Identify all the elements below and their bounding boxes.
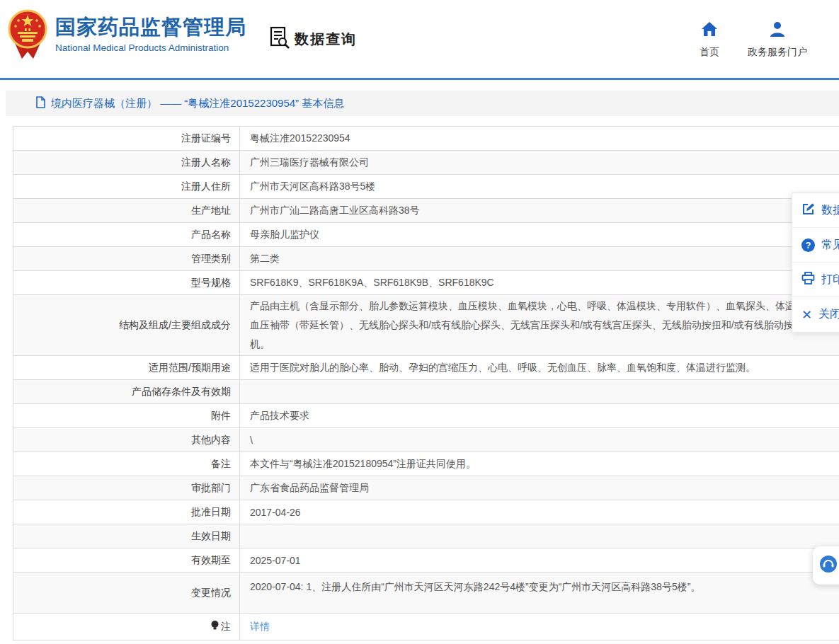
field-value: 广州市广汕二路高唐工业区高科路38号 bbox=[240, 199, 839, 223]
printer-icon bbox=[801, 272, 815, 287]
home-icon bbox=[701, 21, 718, 40]
field-value: 2025-07-01 bbox=[240, 548, 839, 573]
field-label: 注册人名称 bbox=[13, 151, 240, 175]
data-query-label: 数据查询 bbox=[295, 30, 357, 49]
panel-item-label: 数据反馈 bbox=[821, 203, 839, 218]
field-label: 适用范围/预期用途 bbox=[13, 356, 240, 380]
table-row: 注册证编号 粤械注准20152230954 bbox=[13, 127, 839, 151]
field-value: 粤械注准20152230954 bbox=[240, 127, 839, 151]
field-label: 批准日期 bbox=[13, 500, 240, 524]
field-label: 审批部门 bbox=[13, 476, 240, 500]
panel-item-label: 常见问题 bbox=[821, 238, 839, 253]
field-label: 产品储存条件及有效期 bbox=[13, 380, 240, 404]
field-label: 变更情况 bbox=[13, 573, 240, 614]
field-value: 产品由主机（含显示部分、胎儿参数运算模块、血压模块、血氧模块，心电、呼吸、体温模… bbox=[240, 295, 839, 356]
field-label: 注册人住所 bbox=[13, 175, 240, 199]
field-label: 有效期至 bbox=[13, 548, 240, 573]
china-national-emblem-icon bbox=[8, 9, 47, 63]
field-label: 备注 bbox=[13, 452, 240, 476]
field-label: 型号规格 bbox=[13, 271, 240, 295]
table-row: 型号规格 SRF618K9、SRF618K9A、SRF618K9B、SRF618… bbox=[13, 271, 839, 295]
table-row: 结构及组成/主要组成成分 产品由主机（含显示部分、胎儿参数运算模块、血压模块、血… bbox=[13, 295, 839, 356]
field-value bbox=[240, 524, 839, 548]
panel-item-print[interactable]: 打印页面 bbox=[792, 263, 839, 297]
table-row: 注册人名称 广州三瑞医疗器械有限公司 bbox=[13, 151, 839, 175]
field-label: 结构及组成/主要组成成分 bbox=[13, 295, 240, 356]
table-row: 备注 本文件与“粤械注准20152180954”注册证共同使用。 bbox=[13, 452, 839, 476]
table-row: 产品名称 母亲胎儿监护仪 bbox=[13, 223, 839, 247]
site-header: 国家药品监督管理局 National Medical Products Admi… bbox=[0, 0, 839, 78]
table-row: 变更情况 2020-07-04: 1、注册人住所由“广州市天河区天河东路242号… bbox=[13, 573, 839, 614]
field-value: 广州三瑞医疗器械有限公司 bbox=[240, 151, 839, 175]
table-row: 生产地址 广州市广汕二路高唐工业区高科路38号 bbox=[13, 199, 839, 223]
field-label: 管理类别 bbox=[13, 247, 240, 271]
table-row: 注册人住所 广州市天河区高科路38号5楼 bbox=[13, 175, 839, 199]
panel-item-feedback[interactable]: 数据反馈 bbox=[792, 193, 839, 228]
panel-item-label: 打印页面 bbox=[821, 272, 839, 287]
field-value: 产品技术要求 bbox=[240, 404, 839, 428]
field-value: 广东省食品药品监督管理局 bbox=[240, 476, 839, 500]
nav-home-label: 首页 bbox=[700, 46, 719, 59]
field-value: \ bbox=[240, 428, 839, 452]
field-value: 适用于医院对胎儿的胎心率、胎动、孕妇的宫缩压力、心电、呼吸、无创血压、脉率、血氧… bbox=[240, 356, 839, 380]
nav-home[interactable]: 首页 bbox=[700, 21, 719, 59]
table-row: 有效期至 2025-07-01 bbox=[13, 548, 839, 573]
side-tool-panel: 数据反馈 ? 常见问题 打印页面 ✕ 关闭页面 bbox=[792, 192, 839, 333]
field-label: 注册证编号 bbox=[13, 127, 240, 151]
field-value: 本文件与“粤械注准20152180954”注册证共同使用。 bbox=[240, 452, 839, 476]
customer-service-icon bbox=[819, 555, 838, 576]
data-query-section: 数据查询 bbox=[269, 26, 357, 52]
top-nav: 首页 政务服务门户 bbox=[700, 21, 807, 59]
field-value: SRF618K9、SRF618K9A、SRF618K9B、SRF618K9C bbox=[240, 271, 839, 295]
field-label: 附件 bbox=[13, 404, 240, 428]
field-value: 2017-04-26 bbox=[240, 500, 839, 524]
panel-item-faq[interactable]: ? 常见问题 bbox=[792, 228, 839, 263]
table-row: 适用范围/预期用途 适用于医院对胎儿的胎心率、胎动、孕妇的宫缩压力、心电、呼吸、… bbox=[13, 356, 839, 380]
panel-item-close[interactable]: ✕ 关闭页面 bbox=[792, 297, 839, 332]
detail-link[interactable]: 详情 bbox=[250, 621, 270, 632]
bulb-icon bbox=[210, 620, 219, 633]
field-value: 广州市天河区高科路38号5楼 bbox=[240, 175, 839, 199]
field-value bbox=[240, 380, 839, 404]
table-row: 管理类别 第二类 bbox=[13, 247, 839, 271]
field-value: 第二类 bbox=[240, 247, 839, 271]
close-icon: ✕ bbox=[801, 309, 812, 321]
nav-gov-portal-label: 政务服务门户 bbox=[748, 46, 807, 59]
site-logo-text: 国家药品监督管理局 National Medical Products Admi… bbox=[55, 16, 246, 53]
panel-item-label: 关闭页面 bbox=[818, 307, 839, 322]
field-value: 2020-07-04: 1、注册人住所由“广州市天河区天河东路242号4楼”变更… bbox=[240, 573, 839, 614]
site-subtitle: National Medical Products Administration bbox=[55, 42, 246, 53]
site-title: 国家药品监督管理局 bbox=[55, 16, 246, 39]
table-row-note: 注 详情 bbox=[13, 614, 839, 640]
field-label: 其他内容 bbox=[13, 428, 240, 452]
table-row: 生效日期 bbox=[13, 524, 839, 548]
table-row: 附件 产品技术要求 bbox=[13, 404, 839, 428]
field-label: 生效日期 bbox=[13, 524, 240, 548]
header-accent-line bbox=[0, 78, 839, 80]
field-label: 注 bbox=[13, 614, 240, 640]
customer-service-widget[interactable] bbox=[813, 546, 839, 585]
edit-icon bbox=[801, 202, 815, 219]
document-search-icon bbox=[269, 26, 290, 52]
table-row: 产品储存条件及有效期 bbox=[13, 380, 839, 404]
breadcrumb: 境内医疗器械（注册） —— “粤械注准20152230954” 基本信息 bbox=[6, 91, 839, 116]
registration-info-table: 注册证编号 粤械注准20152230954 注册人名称 广州三瑞医疗器械有限公司… bbox=[13, 126, 839, 640]
table-row: 批准日期 2017-04-26 bbox=[13, 500, 839, 524]
nav-gov-portal[interactable]: 政务服务门户 bbox=[748, 21, 807, 59]
table-row: 审批部门 广东省食品药品监督管理局 bbox=[13, 476, 839, 500]
breadcrumb-text: 境内医疗器械（注册） —— “粤械注准20152230954” 基本信息 bbox=[51, 97, 344, 110]
user-icon bbox=[769, 21, 786, 40]
field-label: 产品名称 bbox=[13, 223, 240, 247]
table-row: 其他内容 \ bbox=[13, 428, 839, 452]
document-icon bbox=[35, 96, 46, 111]
note-label-text: 注 bbox=[221, 621, 231, 633]
question-icon: ? bbox=[801, 238, 815, 252]
field-label: 生产地址 bbox=[13, 199, 240, 223]
field-value: 详情 bbox=[240, 614, 839, 640]
field-value: 母亲胎儿监护仪 bbox=[240, 223, 839, 247]
